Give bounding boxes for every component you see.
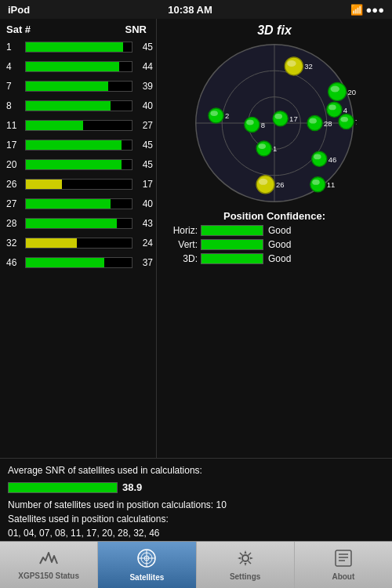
3d-value: Good	[268, 253, 291, 264]
svg-text:2: 2	[225, 111, 229, 120]
sat-bar	[26, 121, 83, 130]
sat-snr-value: 43	[136, 218, 153, 229]
list-item: 444	[6, 58, 153, 75]
svg-point-46	[242, 555, 249, 561]
tab-satellites[interactable]: Satellites	[98, 542, 196, 588]
sat-bar-container	[25, 61, 132, 72]
status-icons: 📶 ●●●	[350, 4, 384, 16]
about-tab-label: About	[332, 572, 354, 581]
sat-id: 28	[6, 218, 25, 229]
sat-list-header: Sat # SNR	[6, 24, 153, 35]
xgps-svg-icon	[38, 550, 59, 567]
sat-snr-value: 45	[136, 140, 153, 151]
num-sats-label: Number of satellites used in position ca…	[8, 498, 384, 512]
svg-text:8: 8	[261, 121, 265, 129]
sat-id: 46	[6, 257, 25, 268]
settings-icon	[236, 549, 255, 571]
tab-settings[interactable]: Settings	[197, 542, 295, 588]
3d-label: 3D:	[165, 253, 198, 264]
sat-id: 20	[6, 159, 25, 170]
svg-text:17: 17	[289, 114, 298, 123]
sat-bar-container	[25, 81, 132, 92]
snr-header: SNR	[125, 24, 147, 35]
xgps-tab-label: XGPS150 Status	[18, 572, 79, 580]
sat-id: 26	[6, 179, 25, 190]
horiz-bar	[201, 225, 263, 236]
sat-bar	[26, 42, 123, 52]
tab-bar: XGPS150 Status Satellites Setting	[0, 541, 392, 588]
time-label: 10:38 AM	[168, 4, 212, 16]
list-item: 1745	[6, 136, 153, 154]
sat-snr-value: 40	[136, 100, 153, 111]
sat-bar	[26, 62, 119, 71]
svg-text:11: 11	[327, 180, 336, 189]
sat-bar-container	[25, 159, 132, 170]
svg-point-9	[331, 85, 339, 92]
sat-snr-value: 44	[136, 61, 153, 72]
sat-snr-value: 39	[136, 81, 153, 92]
svg-text:4: 4	[343, 106, 348, 114]
satellite-list: Sat # SNR 145444739840112717452045261727…	[0, 19, 157, 458]
vert-confidence: Vert: Good	[165, 239, 384, 250]
sat-bar	[26, 180, 62, 189]
sat-snr-value: 45	[136, 42, 153, 53]
sat-bar-container	[25, 238, 132, 249]
sat-bar-container	[25, 179, 132, 190]
svg-text:1: 1	[273, 144, 277, 153]
svg-point-6	[287, 60, 296, 67]
sat-snr-value: 45	[136, 159, 153, 170]
xgps-icon	[38, 550, 59, 570]
svg-line-47	[240, 553, 243, 556]
sat-bar-container	[25, 257, 132, 268]
svg-point-15	[210, 111, 218, 116]
sat-id: 32	[6, 238, 25, 249]
svg-rect-51	[336, 550, 351, 566]
avg-snr-value: 38.9	[122, 480, 142, 495]
tab-about[interactable]: About	[295, 542, 392, 588]
main-content: Sat # SNR 145444739840112717452045261727…	[0, 19, 392, 458]
svg-line-50	[248, 561, 251, 564]
list-item: 2617	[6, 176, 153, 193]
sat-snr-value: 17	[136, 179, 153, 190]
sat-bar	[26, 238, 77, 248]
sat-snr-value: 40	[136, 198, 153, 209]
sat-bar	[26, 101, 111, 111]
radar-svg: 3220428172871462611	[192, 41, 357, 205]
svg-point-24	[309, 118, 317, 124]
list-item: 2045	[6, 156, 153, 173]
vert-bar	[201, 239, 263, 250]
avg-snr-label: Average SNR of satellites used in calcul…	[8, 463, 384, 477]
sat-bar-container	[25, 198, 132, 209]
settings-svg-icon	[236, 549, 255, 568]
sat-bar-container	[25, 140, 132, 151]
about-icon	[334, 549, 353, 571]
tab-xgps-status[interactable]: XGPS150 Status	[0, 542, 98, 588]
svg-text:26: 26	[276, 180, 285, 189]
settings-tab-label: Settings	[230, 572, 260, 581]
vert-value: Good	[268, 239, 291, 250]
svg-text:46: 46	[328, 155, 337, 164]
sat-num-header: Sat #	[6, 24, 31, 35]
list-item: 4637	[6, 254, 153, 271]
horiz-confidence: Horiz: Good	[165, 225, 384, 236]
svg-point-36	[259, 179, 267, 185]
horiz-value: Good	[268, 225, 291, 236]
list-item: 840	[6, 97, 153, 114]
avg-snr-bar	[8, 482, 118, 493]
sats-used-label: Satellites used in position calculations…	[8, 512, 384, 526]
sat-bar	[26, 140, 122, 150]
svg-line-49	[240, 561, 243, 564]
sats-used-ids: 01, 04, 07, 08, 11, 17, 20, 28, 32, 46	[8, 526, 384, 540]
confidence-title: Position Confidence:	[165, 210, 384, 222]
radar-container: 3220428172871462611	[192, 41, 357, 205]
svg-text:28: 28	[324, 119, 332, 128]
sat-id: 7	[6, 81, 25, 92]
sat-id: 27	[6, 198, 25, 209]
3d-bar	[201, 253, 263, 264]
svg-point-12	[328, 105, 336, 111]
list-item: 3224	[6, 234, 153, 252]
sat-bar-container	[25, 100, 132, 111]
sat-id: 8	[6, 100, 25, 111]
list-item: 2740	[6, 195, 153, 212]
sat-id: 4	[6, 61, 25, 72]
